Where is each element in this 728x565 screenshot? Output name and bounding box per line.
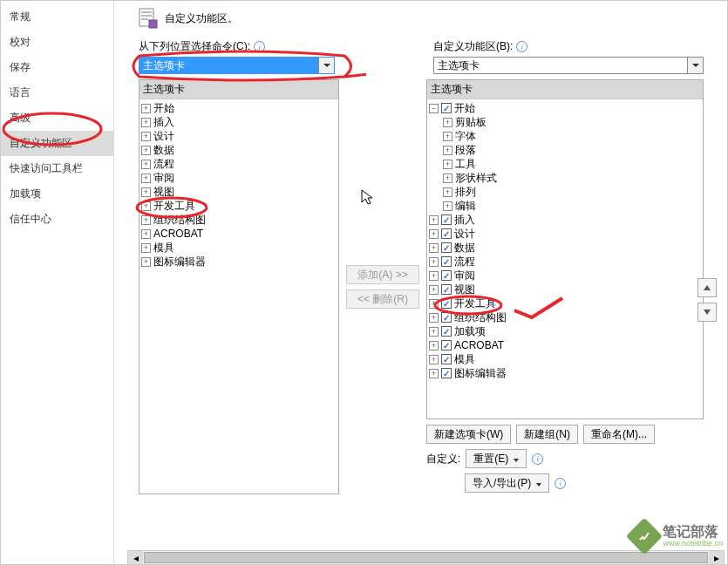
tree-item-developer[interactable]: 开发工具 — [139, 199, 338, 213]
tree-subitem-arrange[interactable]: 排列 — [427, 185, 703, 199]
scroll-thumb[interactable] — [144, 552, 708, 563]
new-group-button[interactable]: 新建组(N) — [516, 425, 578, 444]
tree-subitem-font[interactable]: 字体 — [427, 129, 703, 143]
expand-icon[interactable] — [443, 201, 452, 211]
scroll-left-icon[interactable]: ◂ — [128, 551, 143, 564]
expand-icon[interactable] — [443, 160, 452, 169]
expand-icon[interactable] — [429, 369, 439, 378]
expand-icon[interactable] — [141, 257, 151, 267]
tree-item-orgchart[interactable]: 组织结构图 — [427, 310, 703, 324]
expand-icon[interactable] — [141, 118, 151, 127]
add-button[interactable]: 添加(A) >> — [346, 265, 419, 284]
expand-icon[interactable] — [443, 146, 452, 155]
tree-item-iconeditor[interactable]: 图标编辑器 — [427, 366, 703, 380]
tree-item-design[interactable]: 设计 — [427, 227, 703, 241]
expand-icon[interactable] — [443, 118, 452, 127]
tree-subitem-shapestyle[interactable]: 形状样式 — [427, 171, 703, 185]
nav-save[interactable]: 保存 — [1, 55, 113, 80]
checkbox[interactable] — [441, 368, 452, 378]
tree-item-data[interactable]: 数据 — [427, 241, 703, 255]
customize-ribbon-dropdown[interactable]: 主选项卡 — [433, 57, 704, 74]
move-up-button[interactable] — [697, 278, 717, 297]
tree-item-acrobat[interactable]: ACROBAT — [139, 227, 338, 241]
expand-icon[interactable] — [141, 201, 151, 211]
tree-item-start[interactable]: 开始 — [139, 101, 338, 115]
expand-icon[interactable] — [141, 243, 151, 253]
tree-item-orgchart[interactable]: 组织结构图 — [139, 213, 338, 227]
expand-icon[interactable] — [429, 355, 439, 364]
checkbox[interactable] — [441, 284, 452, 295]
nav-proofing[interactable]: 校对 — [1, 30, 113, 55]
tree-subitem-clipboard[interactable]: 剪贴板 — [427, 115, 703, 129]
checkbox[interactable] — [441, 298, 452, 309]
expand-icon[interactable] — [429, 243, 439, 253]
expand-icon[interactable] — [429, 257, 439, 267]
tree-item-iconeditor[interactable]: 图标编辑器 — [139, 255, 338, 269]
nav-advanced[interactable]: 高级 — [1, 106, 113, 131]
expand-icon[interactable] — [141, 229, 151, 239]
expand-icon[interactable] — [141, 215, 151, 225]
tree-item-stencil[interactable]: 模具 — [427, 352, 703, 366]
checkbox[interactable] — [441, 103, 452, 113]
tree-item-addins[interactable]: 加载项 — [427, 324, 703, 338]
tree-item-view[interactable]: 视图 — [139, 185, 338, 199]
tree-item-view[interactable]: 视图 — [427, 282, 703, 296]
checkbox[interactable] — [441, 312, 452, 323]
checkbox[interactable] — [441, 340, 452, 351]
expand-icon[interactable] — [429, 215, 439, 225]
expand-icon[interactable] — [141, 132, 151, 141]
expand-icon[interactable] — [443, 187, 452, 197]
tree-item-review[interactable]: 审阅 — [139, 171, 338, 185]
tree-item-process[interactable]: 流程 — [139, 157, 338, 171]
rename-button[interactable]: 重命名(M)... — [583, 425, 655, 444]
new-tab-button[interactable]: 新建选项卡(W) — [426, 425, 511, 444]
remove-button[interactable]: << 删除(R) — [346, 289, 419, 309]
tree-item-start[interactable]: 开始 — [427, 101, 703, 115]
expand-icon[interactable] — [429, 271, 439, 281]
horizontal-scrollbar[interactable]: ◂ ▸ — [127, 550, 725, 565]
expand-icon[interactable] — [429, 299, 439, 309]
ribbon-tree[interactable]: 主选项卡 开始 剪贴板 字体 段落 工具 形状样式 排列 编辑 插入 设计 数据… — [426, 79, 704, 419]
tree-item-process[interactable]: 流程 — [427, 255, 703, 269]
choose-commands-dropdown[interactable]: 主选项卡 — [139, 57, 335, 74]
tree-item-stencil[interactable]: 模具 — [139, 241, 338, 255]
checkbox[interactable] — [441, 228, 452, 239]
checkbox[interactable] — [441, 270, 452, 281]
nav-general[interactable]: 常规 — [1, 4, 113, 30]
tree-item-review[interactable]: 审阅 — [427, 269, 703, 282]
expand-icon[interactable] — [141, 187, 151, 197]
collapse-icon[interactable] — [429, 104, 439, 113]
expand-icon[interactable] — [429, 285, 439, 295]
tree-item-insert[interactable]: 插入 — [427, 213, 703, 227]
checkbox[interactable] — [441, 214, 452, 225]
checkbox[interactable] — [441, 326, 452, 337]
reset-button[interactable]: 重置(E) — [466, 449, 527, 468]
tree-item-developer[interactable]: 开发工具 — [427, 296, 703, 310]
nav-quick-access[interactable]: 快速访问工具栏 — [1, 156, 113, 181]
tree-item-design[interactable]: 设计 — [139, 129, 338, 143]
expand-icon[interactable] — [443, 174, 452, 183]
expand-icon[interactable] — [429, 341, 439, 351]
checkbox[interactable] — [441, 256, 452, 267]
nav-language[interactable]: 语言 — [1, 80, 113, 106]
tree-item-acrobat[interactable]: ACROBAT — [427, 338, 703, 352]
expand-icon[interactable] — [443, 132, 452, 141]
checkbox[interactable] — [441, 354, 452, 364]
commands-tree[interactable]: 主选项卡 开始 插入 设计 数据 流程 审阅 视图 开发工具 组织结构图 ACR… — [139, 79, 339, 494]
scroll-right-icon[interactable]: ▸ — [709, 551, 724, 564]
tree-item-insert[interactable]: 插入 — [139, 115, 338, 129]
expand-icon[interactable] — [141, 104, 151, 113]
move-down-button[interactable] — [697, 303, 717, 322]
import-export-button[interactable]: 导入/导出(P) — [465, 473, 549, 493]
tree-item-data[interactable]: 数据 — [139, 143, 338, 157]
expand-icon[interactable] — [141, 146, 151, 155]
tree-subitem-paragraph[interactable]: 段落 — [427, 143, 703, 157]
nav-customize-ribbon[interactable]: 自定义功能区 — [1, 131, 113, 156]
expand-icon[interactable] — [429, 229, 439, 239]
expand-icon[interactable] — [141, 160, 151, 169]
nav-trust-center[interactable]: 信任中心 — [1, 207, 113, 232]
tree-subitem-edit[interactable]: 编辑 — [427, 199, 703, 213]
expand-icon[interactable] — [429, 313, 439, 323]
checkbox[interactable] — [441, 242, 452, 253]
expand-icon[interactable] — [141, 174, 151, 183]
